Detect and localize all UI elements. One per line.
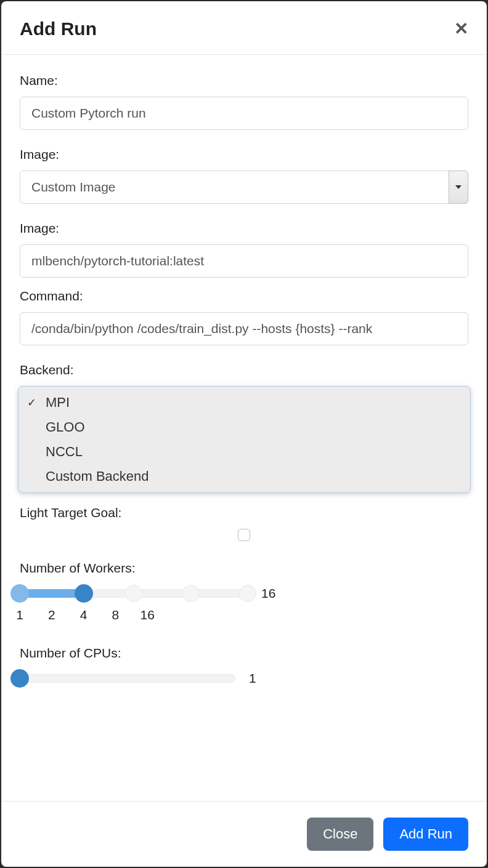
image-path-label: Image: — [20, 221, 468, 236]
modal-title: Add Run — [20, 18, 97, 39]
light-target-checkbox[interactable] — [238, 529, 250, 541]
light-target-label: Light Target Goal: — [20, 505, 468, 520]
workers-range-high-thumb[interactable] — [75, 584, 93, 603]
image-path-input[interactable] — [20, 244, 468, 278]
image-select[interactable]: Custom Image — [20, 171, 468, 204]
backend-option-mpi[interactable]: ✓ MPI — [18, 390, 470, 415]
tick-label: 8 — [112, 608, 120, 622]
workers-value: 16 — [261, 586, 275, 601]
cpus-slider-row: 1 — [11, 669, 468, 688]
add-run-button[interactable]: Add Run — [383, 818, 468, 851]
name-input[interactable] — [20, 97, 468, 130]
workers-group: Number of Workers: 16 1 2 4 8 16 — [20, 561, 468, 625]
workers-tick-labels: 1 2 4 8 16 — [20, 608, 248, 625]
image-select-label: Image: — [20, 147, 468, 162]
backend-option-custom[interactable]: Custom Backend — [18, 464, 470, 489]
backend-dropdown: ✓ MPI GLOO NCCL Custom Backend — [18, 386, 471, 493]
backend-option-label: Custom Backend — [46, 468, 149, 484]
close-button[interactable]: Close — [307, 818, 373, 851]
tick-label: 1 — [16, 608, 23, 622]
workers-slider[interactable] — [20, 584, 248, 603]
name-label: Name: — [20, 73, 468, 88]
command-input[interactable] — [20, 312, 468, 345]
name-field-group: Name: — [20, 73, 468, 130]
backend-option-gloo[interactable]: GLOO — [18, 415, 470, 440]
backend-label: Backend: — [20, 363, 468, 377]
image-select-group: Image: Custom Image — [20, 147, 468, 204]
close-icon[interactable]: ✕ — [454, 20, 468, 38]
backend-option-label: GLOO — [46, 419, 85, 435]
slider-tick — [239, 585, 256, 602]
workers-label: Number of Workers: — [20, 561, 468, 576]
workers-range-low-thumb[interactable] — [10, 584, 29, 603]
command-group: Command: — [20, 289, 468, 345]
modal-header: Add Run ✕ — [1, 1, 487, 55]
backend-option-label: MPI — [46, 395, 70, 410]
slider-tick — [182, 585, 200, 602]
cpus-slider[interactable] — [20, 669, 235, 688]
backend-group: Backend: ✓ MPI GLOO NCCL Custom Backend — [20, 363, 468, 377]
cpus-group: Number of CPUs: 1 — [20, 646, 468, 688]
modal-body: Name: Image: Custom Image Image: Command… — [1, 55, 487, 801]
add-run-modal: Add Run ✕ Name: Image: Custom Image Imag… — [1, 1, 487, 867]
check-icon: ✓ — [27, 395, 36, 412]
tick-label: 2 — [48, 608, 55, 622]
cpus-label: Number of CPUs: — [20, 646, 468, 661]
command-label: Command: — [20, 289, 468, 303]
image-path-group: Image: — [20, 221, 468, 278]
tick-label: 16 — [140, 608, 155, 622]
backend-option-nccl[interactable]: NCCL — [18, 440, 470, 464]
cpus-thumb[interactable] — [10, 669, 29, 688]
image-select-wrap: Custom Image — [20, 171, 468, 204]
workers-slider-row: 16 — [11, 584, 468, 603]
backend-option-label: NCCL — [46, 444, 83, 459]
light-target-checkbox-row — [20, 529, 468, 544]
tick-label: 4 — [80, 608, 87, 622]
slider-tick — [125, 585, 142, 602]
cpus-value: 1 — [249, 671, 256, 686]
modal-footer: Close Add Run — [1, 801, 487, 867]
light-target-group: Light Target Goal: — [20, 505, 468, 544]
slider-track — [20, 674, 235, 683]
